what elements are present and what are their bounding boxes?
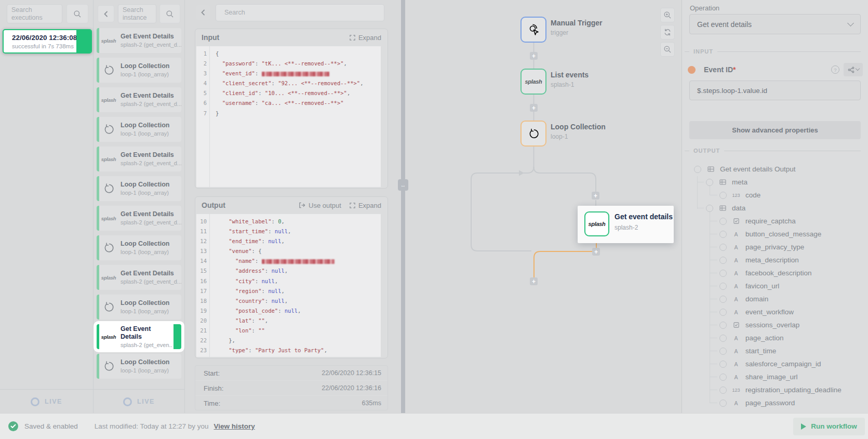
steps-live-toggle[interactable]: LIVE: [94, 389, 184, 414]
zoom-reset-button[interactable]: [660, 25, 675, 39]
output-json-viewer[interactable]: 10 "white_label": 0,11 "start_time": nul…: [196, 214, 381, 357]
tree-radio[interactable]: [719, 400, 727, 407]
tree-radio[interactable]: [719, 270, 727, 277]
help-icon[interactable]: ?: [831, 65, 839, 74]
output-tree-row[interactable]: Astart_time: [682, 344, 868, 357]
tree-radio[interactable]: [719, 192, 727, 199]
output-tree-row[interactable]: sessions_overlap: [682, 318, 868, 331]
selected-node-card[interactable]: splash Get event details splash-2: [578, 206, 674, 243]
output-tree-row[interactable]: Adomain: [682, 292, 868, 305]
manual-trigger-node[interactable]: [520, 17, 546, 43]
add-step-button[interactable]: +: [530, 104, 538, 112]
show-advanced-properties-button[interactable]: Show advanced properties: [689, 121, 861, 139]
tree-radio[interactable]: [719, 296, 727, 303]
tree-radio[interactable]: [719, 361, 727, 368]
zoom-out-button[interactable]: [660, 42, 675, 57]
tree-radio[interactable]: [706, 205, 713, 212]
output-tree-row[interactable]: 123registration_updating_deadline: [682, 383, 868, 396]
tree-radio[interactable]: [719, 387, 727, 394]
list-events-node[interactable]: splash: [520, 69, 546, 95]
tree-radio[interactable]: [719, 348, 727, 355]
event-id-field-row: Event ID* ?: [688, 64, 863, 75]
step-list-item[interactable]: splashGet Event Detailssplash-2 (get_eve…: [97, 147, 181, 171]
output-tree-row[interactable]: Apage_privacy_type: [682, 241, 868, 254]
output-tree-row[interactable]: Afacebook_description: [682, 267, 868, 280]
timing-value: 22/06/2020 12:36:16: [322, 384, 381, 392]
step-list-item[interactable]: splashGet Event Detailssplash-2 (get_eve…: [97, 265, 181, 290]
output-tree-row[interactable]: Apage_password: [682, 396, 868, 409]
step-list-item[interactable]: Loop Collectionloop-1 (loop_array): [97, 176, 181, 201]
add-step-button[interactable]: +: [530, 52, 538, 60]
add-step-button[interactable]: +: [530, 277, 538, 285]
step-selected-stripe: [173, 324, 181, 349]
output-tree-row[interactable]: Asalesforce_campaign_id: [682, 357, 868, 370]
debug-search-input[interactable]: Search: [216, 4, 384, 21]
view-history-link[interactable]: View history: [214, 422, 255, 430]
add-step-button[interactable]: +: [592, 192, 599, 199]
add-step-button[interactable]: +: [592, 248, 600, 256]
input-expand-button[interactable]: Expand: [350, 34, 381, 42]
tree-radio[interactable]: [719, 244, 727, 251]
output-tree-row[interactable]: Get event details Output: [682, 163, 868, 176]
step-subtitle: loop-1 (loop_array): [121, 190, 181, 196]
operation-select[interactable]: Get event details: [689, 14, 861, 34]
output-tree-row[interactable]: data: [682, 202, 868, 215]
zoom-in-icon: [663, 11, 672, 19]
use-output-button[interactable]: Use output: [299, 202, 341, 209]
step-list-item[interactable]: Loop Collectionloop-1 (loop_array): [97, 235, 181, 260]
back-button[interactable]: [196, 5, 210, 20]
mapping-mode-button[interactable]: [844, 63, 863, 76]
tree-radio[interactable]: [719, 335, 727, 342]
panel-resize-divider[interactable]: [401, 0, 405, 413]
tree-radio[interactable]: [719, 257, 727, 264]
tree-radio[interactable]: [694, 166, 701, 173]
executions-live-toggle[interactable]: LIVE: [0, 389, 93, 414]
search-executions-input[interactable]: Search executions: [7, 4, 62, 23]
output-tree-row[interactable]: meta: [682, 176, 868, 189]
execution-card[interactable]: 22/06/2020 12:36:08 successful in 7s 738…: [3, 29, 92, 54]
zoom-in-button[interactable]: [660, 8, 675, 22]
node-subtitle: trigger: [551, 29, 603, 36]
output-tree-row[interactable]: Ashare_image_url: [682, 370, 868, 383]
step-list-item[interactable]: splashGet Event Detailssplash-2 (get_eve…: [97, 28, 181, 53]
run-workflow-button[interactable]: Run workflow: [793, 418, 865, 435]
step-list-item[interactable]: splashGet Event Detailssplash-2 (get_eve…: [97, 206, 181, 231]
step-list-item[interactable]: Loop Collectionloop-1 (loop_array): [97, 58, 181, 83]
output-tree-row[interactable]: Abutton_closed_message: [682, 228, 868, 241]
step-list-item[interactable]: splashGet Event Detailssplash-2 (get_eve…: [97, 87, 181, 112]
tree-radio[interactable]: [719, 322, 727, 329]
tree-radio[interactable]: [719, 231, 727, 238]
output-tree-row[interactable]: Apage_action: [682, 331, 868, 344]
splash-logo: splash: [101, 275, 116, 281]
number-type-icon: 123: [732, 388, 740, 393]
search-instance-button[interactable]: [159, 4, 180, 23]
code-line: 22 },: [196, 336, 381, 345]
output-tree-row[interactable]: Afavicon_url: [682, 280, 868, 292]
tree-node-label: sessions_overlap: [745, 321, 799, 329]
tree-radio[interactable]: [719, 218, 727, 225]
tree-radio[interactable]: [719, 374, 727, 381]
search-executions-button[interactable]: [66, 4, 88, 23]
step-list-item[interactable]: Loop Collectionloop-1 (loop_array): [97, 117, 181, 142]
input-json-viewer[interactable]: 1{2 "password": "tK... <**--removed--**>…: [196, 46, 381, 187]
output-tree-row[interactable]: 123code: [682, 189, 868, 202]
loop-collection-node[interactable]: [520, 121, 546, 147]
step-list-item[interactable]: splashGet Event Detailssplash-2 (get_eve…: [97, 324, 181, 349]
collapse-steps-button[interactable]: [98, 5, 114, 22]
workflow-canvas[interactable]: + + + + + Manual Trigger trigger splash …: [405, 0, 682, 413]
step-list-item[interactable]: Loop Collectionloop-1 (loop_array): [97, 295, 181, 320]
output-tree-row[interactable]: Ameta_description: [682, 254, 868, 267]
code-line: 3 "event_id":: [196, 69, 381, 78]
output-tree-row[interactable]: require_captcha: [682, 215, 868, 228]
input-section-divider: INPUT: [682, 48, 861, 55]
tree-radio[interactable]: [706, 179, 713, 186]
tree-radio[interactable]: [719, 283, 727, 290]
output-expand-button[interactable]: Expand: [350, 202, 381, 209]
step-status-bar: [97, 235, 99, 260]
search-instance-input[interactable]: Search instance: [118, 4, 156, 23]
step-list-item[interactable]: Loop Collectionloop-1 (loop_array): [97, 354, 181, 379]
output-tree-row[interactable]: Aevent_workflow: [682, 305, 868, 318]
event-id-input[interactable]: $.steps.loop-1.value.id: [689, 81, 861, 100]
tree-radio[interactable]: [719, 309, 727, 316]
get-event-details-node[interactable]: splash: [584, 211, 609, 236]
